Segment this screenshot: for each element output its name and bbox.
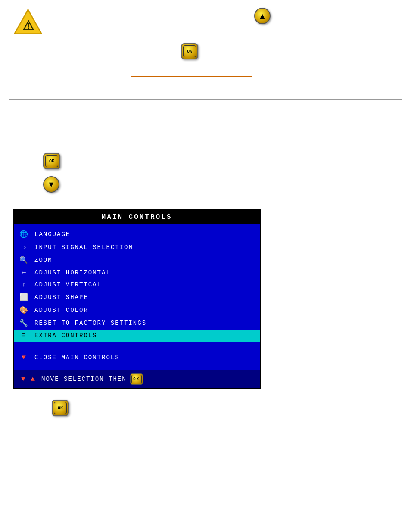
up-arrow-button[interactable]: ▲ <box>254 8 271 24</box>
ok-small-icon: OK <box>130 373 143 385</box>
osd-item-shape[interactable]: ⬜ ADJUST SHAPE <box>14 291 260 304</box>
language-icon: 🌐 <box>19 230 29 239</box>
osd-title: MAIN CONTROLS <box>14 210 260 224</box>
input-signal-icon: ⇒ <box>19 243 29 252</box>
ok-small: OK <box>130 373 143 385</box>
osd-item-label-language: LANGUAGE <box>34 231 70 238</box>
color-icon: 🎨 <box>19 306 29 314</box>
horizontal-icon: ↔ <box>19 269 29 277</box>
body-text-3 <box>13 136 398 145</box>
osd-items-list: 🌐 LANGUAGE ⇒ INPUT SIGNAL SELECTION 🔍 ZO… <box>14 224 260 345</box>
osd-item-label-zoom: ZOOM <box>34 257 53 264</box>
color-detected-label: COLOR <box>66 307 88 314</box>
down-arrow-button[interactable]: ▼ <box>43 176 59 193</box>
osd-close-label: CLOSE MAIN CONTROLS <box>34 354 120 361</box>
vertical-icon: ↕ <box>19 281 29 289</box>
svg-text:⚠: ⚠ <box>22 19 34 33</box>
osd-item-reset[interactable]: 🔧 RESET TO FACTORY SETTINGS <box>14 317 260 330</box>
body-text-1 <box>13 108 398 118</box>
warning-icon: ⚠ <box>13 8 43 36</box>
osd-item-language[interactable]: 🌐 LANGUAGE <box>14 228 260 241</box>
zoom-icon: 🔍 <box>19 256 29 264</box>
ok-button-mid[interactable]: OK <box>43 153 60 169</box>
down-button-mid[interactable]: ▼ <box>43 176 59 193</box>
osd-footer-label: MOVE SELECTION THEN <box>41 376 127 383</box>
osd-item-zoom[interactable]: 🔍 ZOOM <box>14 254 260 267</box>
osd-item-label-color: ADJUST COLOR <box>34 307 88 314</box>
up-button-top[interactable]: ▲ <box>254 8 271 24</box>
osd-item-vertical[interactable]: ↕ ADJUST VERTICAL <box>14 279 260 291</box>
osd-close-row[interactable]: 🔻 CLOSE MAIN CONTROLS <box>14 349 260 366</box>
osd-item-label-vertical: ADJUST VERTICAL <box>34 281 102 288</box>
close-main-icon: 🔻 <box>19 353 29 362</box>
osd-item-color[interactable]: 🎨 ADJUST COLOR <box>14 304 260 317</box>
osd-item-label-reset: RESET TO FACTORY SETTINGS <box>34 320 146 327</box>
osd-item-horizontal[interactable]: ↔ ADJUST HORIZONTAL <box>14 267 260 279</box>
ok-button-bottom[interactable]: OK <box>52 400 69 416</box>
body-text-2 <box>13 122 398 131</box>
shape-icon: ⬜ <box>19 293 29 302</box>
osd-item-label-horizontal: ADJUST HORIZONTAL <box>34 269 111 276</box>
ok-button-top[interactable]: OK <box>181 43 198 59</box>
osd-item-label-shape: ADJUST SHAPE <box>34 294 88 301</box>
osd-item-extra[interactable]: ≡ EXTRA CONTROLS <box>14 330 260 342</box>
osd-separator-1 <box>14 347 260 347</box>
extra-controls-icon: ≡ <box>19 332 29 339</box>
orange-link[interactable] <box>131 75 252 77</box>
ok-button-bottom-inner[interactable]: OK <box>52 400 69 416</box>
ok-button-mid-inner[interactable]: OK <box>43 153 60 169</box>
osd-item-label-input: INPUT SIGNAL SELECTION <box>34 244 133 251</box>
reset-icon: 🔧 <box>19 319 29 327</box>
osd-separator-2 <box>14 368 260 368</box>
ok-button-top[interactable]: OK <box>181 43 198 59</box>
osd-menu: MAIN CONTROLS 🌐 LANGUAGE ⇒ INPUT SIGNAL … <box>13 209 261 389</box>
osd-item-label-extra: EXTRA CONTROLS <box>34 332 97 339</box>
osd-item-input[interactable]: ⇒ INPUT SIGNAL SELECTION <box>14 241 260 254</box>
footer-arrows-icon: 🔻🔺 <box>19 375 38 383</box>
body-section: OK ▼ <box>0 100 411 205</box>
osd-footer: 🔻🔺 MOVE SELECTION THEN OK <box>14 370 260 388</box>
